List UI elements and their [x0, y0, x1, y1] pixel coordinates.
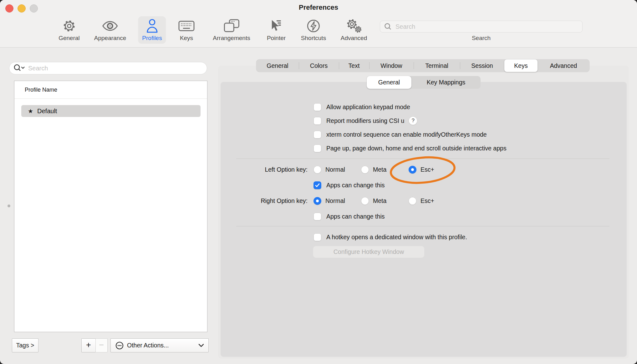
checkbox-left-apps-change-checked[interactable] — [313, 181, 321, 189]
checkbox-allow-keypad-mode[interactable] — [313, 103, 321, 111]
tab-colors[interactable]: Colors — [299, 59, 339, 72]
toolbar-item-general[interactable]: General — [54, 16, 84, 44]
chevron-down-icon — [198, 344, 204, 347]
left-option-normal: Normal — [313, 163, 345, 176]
bolt-icon — [306, 18, 321, 34]
gear-icon — [62, 18, 76, 34]
checkbox-page-scroll-outside[interactable] — [313, 144, 321, 152]
tab-text[interactable]: Text — [339, 59, 369, 72]
tab-session[interactable]: Session — [460, 59, 504, 72]
row-keypad-mode: Allow application keypad mode — [313, 101, 410, 113]
remove-profile-button[interactable]: − — [95, 338, 108, 352]
help-button[interactable]: ? — [409, 116, 417, 125]
row-hotkey-window: A hotkey opens a dedicated window with t… — [313, 231, 467, 243]
checkbox-label: Page up, page down, home and end scroll … — [326, 145, 507, 152]
radio-right-normal-selected[interactable] — [313, 197, 321, 205]
right-option-meta: Meta — [361, 195, 386, 207]
eye-icon — [102, 18, 118, 34]
checkbox-right-apps-change[interactable] — [313, 213, 321, 220]
other-actions-dropdown[interactable]: Other Actions... — [110, 338, 209, 352]
keyboard-icon — [178, 18, 195, 34]
configure-hotkey-window-button[interactable]: Configure Hotkey Window — [313, 246, 425, 258]
checkbox-modify-other-keys[interactable] — [313, 131, 321, 139]
toolbar-item-shortcuts[interactable]: Shortcuts — [297, 16, 330, 44]
divider — [236, 159, 609, 159]
toolbar-item-pointer[interactable]: Pointer — [263, 16, 290, 44]
profile-tab-bar: General Colors Text Window Terminal Sess… — [256, 59, 589, 72]
row-left-apps-change: Apps can change this — [313, 179, 385, 191]
search-with-options-icon — [13, 64, 26, 73]
cursor-icon — [269, 18, 283, 34]
circle-ellipsis-icon — [115, 341, 124, 350]
radio-right-meta[interactable] — [361, 197, 369, 205]
checkbox-label: Report modifiers using CSI u — [326, 117, 404, 124]
toolbar-item-appearance[interactable]: Appearance — [90, 16, 130, 44]
toolbar-item-advanced[interactable]: Advanced — [337, 16, 371, 44]
row-modify-other-keys: xterm control sequence can enable modify… — [313, 128, 487, 141]
tags-button[interactable]: Tags > — [12, 338, 38, 352]
left-option-key-label: Left Option key: — [215, 163, 308, 176]
tab-advanced[interactable]: Advanced — [538, 59, 589, 72]
window-title: Preferences — [0, 3, 637, 12]
profile-name: Default — [37, 108, 57, 115]
keys-general-panel — [221, 82, 627, 357]
toolbar-search-input[interactable] — [395, 23, 578, 31]
tab-general[interactable]: General — [256, 59, 299, 72]
toolbar-search-caption: Search — [380, 35, 583, 42]
tab-keys[interactable]: Keys — [504, 59, 538, 72]
row-right-apps-change: Apps can change this — [313, 210, 385, 223]
profile-list-header: Profile Name — [14, 81, 207, 99]
tab-terminal[interactable]: Terminal — [414, 59, 460, 72]
search-icon — [384, 23, 392, 31]
left-option-esc: Esc+ — [409, 163, 434, 176]
tab-window[interactable]: Window — [369, 59, 414, 72]
preferences-window: Preferences General Appearance — [0, 0, 637, 364]
person-icon — [146, 18, 158, 34]
toolbar-item-arrangements[interactable]: Arrangements — [209, 16, 254, 44]
profile-search-input[interactable] — [28, 64, 204, 72]
profile-row-default[interactable]: ★ Default — [21, 105, 201, 117]
radio-right-esc[interactable] — [409, 197, 416, 205]
row-csi-u: Report modifiers using CSI u ? — [313, 114, 417, 127]
radio-left-esc-selected[interactable] — [409, 166, 416, 174]
keys-subtab-bar: General Key Mappings — [367, 76, 481, 89]
checkbox-hotkey-window[interactable] — [313, 233, 321, 241]
left-option-meta: Meta — [361, 163, 386, 176]
star-icon: ★ — [28, 108, 33, 115]
toolbar-search-field[interactable] — [380, 21, 583, 33]
right-option-key-label: Right Option key: — [215, 195, 308, 207]
checkbox-report-csi-u[interactable] — [313, 117, 321, 125]
radio-left-normal[interactable] — [313, 166, 321, 174]
checkbox-label: Allow application keypad mode — [326, 104, 410, 111]
divider — [236, 226, 609, 226]
add-profile-button[interactable]: + — [81, 338, 96, 352]
right-option-normal: Normal — [313, 195, 345, 207]
gears-icon — [345, 18, 363, 34]
subtab-general[interactable]: General — [367, 76, 411, 89]
checkbox-label: xterm control sequence can enable modify… — [326, 131, 487, 138]
toolbar: Preferences General Appearance — [0, 0, 637, 48]
toolbar-item-keys[interactable]: Keys — [174, 16, 199, 44]
windows-icon — [223, 18, 240, 34]
subtab-key-mappings[interactable]: Key Mappings — [411, 76, 481, 89]
radio-left-meta[interactable] — [361, 166, 369, 174]
row-page-scroll: Page up, page down, home and end scroll … — [313, 142, 507, 154]
profile-search-field[interactable] — [9, 62, 207, 74]
splitter-handle[interactable] — [8, 205, 10, 207]
toolbar-item-profiles[interactable]: Profiles — [138, 16, 166, 44]
profile-list: Profile Name ★ Default — [14, 81, 207, 332]
right-option-esc: Esc+ — [409, 195, 434, 207]
